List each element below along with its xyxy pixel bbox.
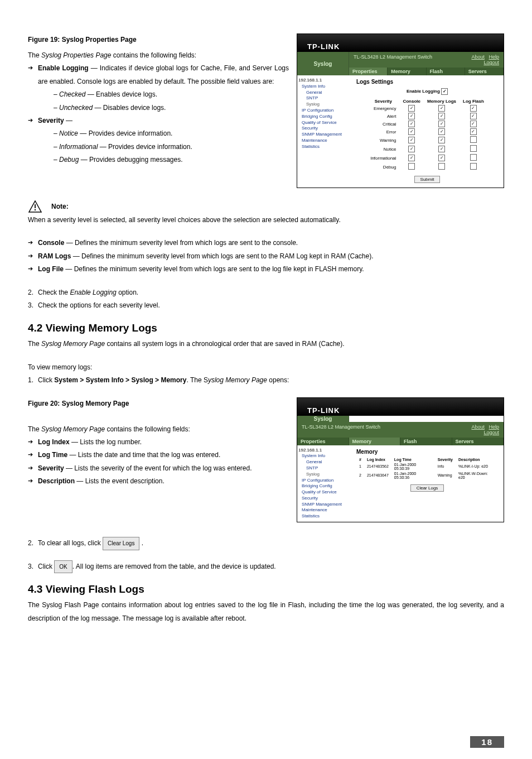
note-text: When a severity level is selected, all s… <box>28 214 504 227</box>
mem-intro: The Syslog Memory Page contains all syst… <box>28 338 504 350</box>
li-unchecked: – Unchecked — Disables device logs. <box>38 102 504 114</box>
mgmt-bar-2: TL-SL3428 L2 Management Switch About Hel… <box>297 422 504 438</box>
li-sev-info: – Informational — Provides device inform… <box>38 141 504 153</box>
help-link[interactable]: Help <box>489 54 499 60</box>
about-link[interactable]: About <box>471 54 485 60</box>
brand-bar-2: TP-LINK <box>297 398 504 416</box>
warning-icon <box>28 200 42 213</box>
step-3: 3.Check the options for each severity le… <box>28 299 504 312</box>
note-row: Note: <box>28 200 504 213</box>
li-severity: Severity — – Notice — Provides device in… <box>28 114 504 167</box>
li-logtime: Log Time — Lists the date and time that … <box>28 449 504 462</box>
submit-button[interactable]: Submit <box>414 176 441 183</box>
mem-view: To view memory logs: <box>28 361 504 374</box>
li-memdesc: Description — Lists the event descriptio… <box>28 475 504 488</box>
help-link-2[interactable]: Help <box>489 424 499 430</box>
brand-logo: TP-LINK <box>307 42 340 51</box>
li-sev-notice: – Notice — Provides device information. <box>38 127 504 140</box>
tree2-stats[interactable]: Statistics <box>298 513 350 520</box>
li-logindex: Log Index — Lists the log number. <box>28 436 504 449</box>
flash-intro: The Syslog Flash Page contains informati… <box>28 599 504 625</box>
li-file: Log File — Defines the minimum severity … <box>28 263 504 276</box>
tree2-security[interactable]: Security <box>298 496 350 502</box>
syslog-side-label-2: Syslog <box>297 416 349 422</box>
logout-link-2[interactable]: Logout <box>483 430 499 435</box>
brand-logo-2: TP-LINK <box>307 406 340 415</box>
clear-step: 2.To clear all logs, click Clear Logs . <box>28 537 504 550</box>
page-number: 18 <box>470 736 504 748</box>
mem-step-1: 1.Click System > System Info > Syslog > … <box>28 374 504 387</box>
note-label: Note: <box>51 203 69 210</box>
ok-button[interactable]: OK <box>54 560 72 574</box>
tree2-qos[interactable]: Quality of Service <box>298 489 350 496</box>
li-sev-debug: – Debug — Provides debugging messages. <box>38 153 504 166</box>
about-link-2[interactable]: About <box>471 424 485 430</box>
li-enable-logging: Enable Logging — Indicates if device glo… <box>28 62 504 114</box>
tree2-snmp[interactable]: SNMP Management <box>298 502 350 508</box>
section-4-3: 4.3 Viewing Flash Logs <box>28 583 504 595</box>
li-checked: – Checked — Enables device logs. <box>38 88 504 101</box>
step-2: 2.Check the Enable Logging option. <box>28 286 504 299</box>
li-memsev: Severity — Lists the severity of the eve… <box>28 462 504 475</box>
tree2-maint[interactable]: Maintenance <box>298 507 350 513</box>
li-ram: RAM Logs — Defines the minimum severity … <box>28 250 504 263</box>
ok-step: 3.Click OK. All log items are removed fr… <box>28 560 504 574</box>
section-4-2: 4.2 Viewing Memory Logs <box>28 322 504 334</box>
brand-bar: TP-LINK <box>297 34 504 52</box>
li-console: Console — Defines the minimum severity l… <box>28 237 504 249</box>
svg-point-1 <box>35 209 36 210</box>
mgmt-title-2: TL-SL3428 L2 Management Switch <box>302 424 380 435</box>
clear-logs-button[interactable]: Clear Logs <box>103 537 139 550</box>
